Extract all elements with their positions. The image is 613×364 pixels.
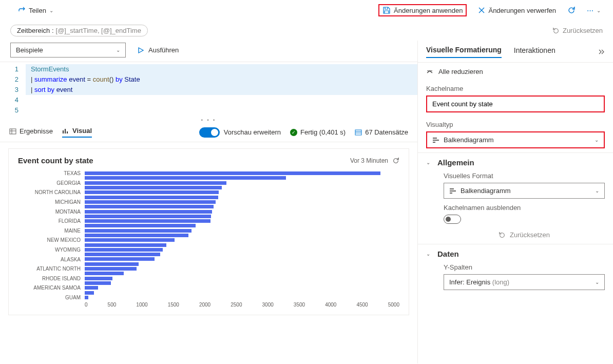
reset-top-button[interactable]: Zurücksetzen [552,27,603,34]
barchart-icon [449,187,456,195]
examples-dropdown[interactable]: Beispiele ⌄ [10,43,126,58]
chevrons-right-icon[interactable] [598,48,605,55]
chevron-down-icon: ⌄ [597,8,601,13]
examples-label: Beispiele [16,46,43,54]
chevron-down-icon: ⌄ [426,251,430,257]
share-icon [17,6,26,14]
run-button[interactable]: Ausführen [137,46,179,54]
chevron-down-icon: ⌄ [426,160,430,165]
barchart-icon [432,137,439,144]
run-label: Ausführen [148,46,179,54]
share-label: Teilen [29,7,46,14]
panel-tab-interactions[interactable]: Interaktionen [514,46,555,58]
visualtype-select[interactable]: Balkendiagramm ⌄ [426,131,605,148]
line-gutter: 12345 [0,64,26,116]
discard-changes-button[interactable]: Änderungen verwerfen [475,5,559,16]
svg-rect-0 [10,129,16,134]
tab-visual-label: Visual [72,127,92,135]
tab-results-label: Ergebnisse [20,127,53,135]
visformat-select[interactable]: Balkendiagramm ⌄ [444,183,605,199]
refresh-icon[interactable] [392,157,399,164]
refresh-icon[interactable] [567,6,576,14]
save-icon [382,6,391,14]
apply-changes-button[interactable]: Änderungen anwenden [378,4,467,16]
chart-time: Vor 3 Minuten [350,157,399,164]
chart-icon [62,127,69,135]
splitter-handle[interactable]: • • • [0,118,417,123]
timerange-value: [@]_startTime, [@]_endTime [56,27,141,34]
chevron-down-icon: ⌄ [49,8,53,13]
chevron-down-icon: ⌄ [595,137,599,143]
timerange-label: Zeitbereich : [17,27,54,34]
preview-label: Vorschau erweitern [224,128,281,136]
bar-chart: TEXASGEORGIANORTH CAROLINAMICHIGANMONTAN… [18,171,399,300]
timerange-row: Zeitbereich : [@]_startTime, [@]_endTime… [0,21,613,41]
accordion-daten[interactable]: ⌄ Daten [426,250,605,258]
timerange-pill[interactable]: Zeitbereich : [@]_startTime, [@]_endTime [10,25,148,36]
ycol-select[interactable]: Infer: Ereignis (long) ⌄ [444,274,605,290]
x-axis: 0500100015002000250030003500400045005000 [85,302,399,308]
more-button[interactable]: ⋯ ⌄ [584,5,604,16]
tab-visual[interactable]: Visual [62,127,92,138]
collapse-all-button[interactable]: Alle reduzieren [418,63,613,81]
code-body[interactable]: StormEvents | summarize event = count() … [26,64,417,116]
ycol-label: Y-Spalten [444,263,605,271]
chart-title: Event count by state [18,156,93,165]
chevron-down-icon: ⌄ [595,279,599,285]
preview-toggle[interactable] [199,127,220,138]
format-panel: Visuelle Formatierung Interaktionen Alle… [418,41,613,363]
share-button[interactable]: Teilen ⌄ [14,4,56,16]
general-reset-button[interactable]: Zurücksetzen [444,231,605,239]
hidename-toggle[interactable] [444,215,461,224]
tab-results[interactable]: Ergebnisse [9,127,53,137]
tilename-label: Kachelname [426,85,605,92]
chevron-down-icon: ⌄ [595,188,599,194]
hidename-label: Kachelnamen ausblenden [444,204,605,212]
svg-rect-1 [355,130,361,135]
discard-label: Änderungen verwerfen [488,7,556,14]
panel-tab-visual[interactable]: Visuelle Formatierung [426,46,502,58]
apply-label: Änderungen anwenden [394,7,463,14]
top-toolbar: Teilen ⌄ Änderungen anwenden Änderungen … [0,0,613,21]
code-editor[interactable]: 12345 StormEvents | summarize event = co… [0,62,417,118]
records-icon [355,129,362,136]
tilename-input[interactable] [426,95,605,112]
table-icon [9,128,16,135]
chart-card: Event count by state Vor 3 Minuten TEXAS… [8,148,409,315]
visformat-label: Visuelles Format [444,172,605,180]
accordion-general[interactable]: ⌄ Allgemein [426,158,605,167]
ellipsis-icon: ⋯ [587,7,593,14]
play-icon [137,47,144,54]
close-icon [478,7,485,14]
visualtype-label: Visualtyp [426,121,605,128]
reset-top-label: Zurücksetzen [563,27,603,34]
record-count: 67 Datensätze [355,128,408,136]
check-icon: ✓ [290,129,297,136]
collapse-icon [426,68,433,75]
status-done: ✓ Fertig (0,401 s) [290,128,346,136]
chevron-down-icon: ⌄ [116,47,120,53]
